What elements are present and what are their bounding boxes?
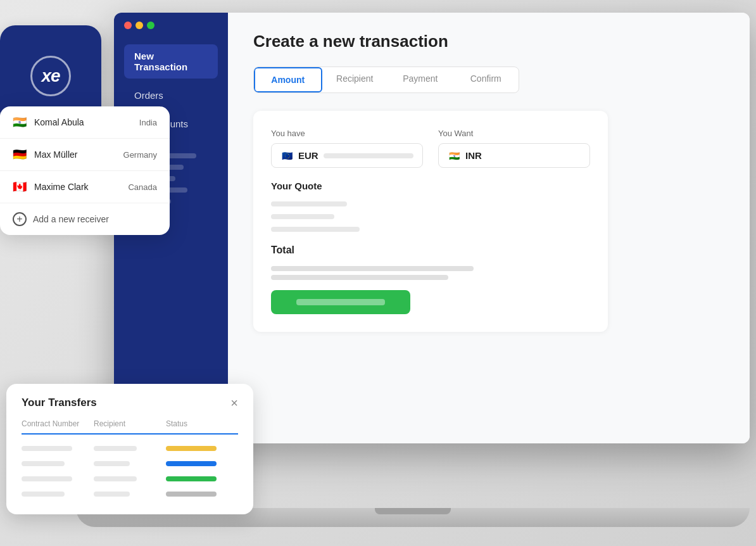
transfer-row[interactable] xyxy=(22,486,238,502)
status-badge-blue xyxy=(166,461,217,466)
transfers-header: Your Transfers × xyxy=(22,397,238,409)
transfer-row[interactable] xyxy=(22,456,238,471)
cta-skel xyxy=(296,299,385,305)
transfer-row[interactable] xyxy=(22,441,238,456)
receivers-card: 🇮🇳 Komal Abula India 🇩🇪 Max Müller Germa… xyxy=(0,106,170,235)
quote-skeleton xyxy=(271,201,590,232)
col-status: Status xyxy=(166,419,238,428)
recipient-skel xyxy=(94,476,137,481)
to-currency-code: INR xyxy=(465,150,482,161)
traffic-lights xyxy=(124,22,154,29)
tab-amount[interactable]: Amount xyxy=(254,67,322,92)
contract-skel xyxy=(22,476,72,481)
contract-skel xyxy=(22,446,72,451)
quote-skel-line xyxy=(271,201,347,206)
tab-confirm[interactable]: Confirm xyxy=(453,67,519,92)
total-skel-line xyxy=(271,266,474,271)
receiver-item[interactable]: 🇩🇪 Max Müller Germany xyxy=(0,139,170,171)
minimize-traffic-light[interactable] xyxy=(135,22,143,29)
to-currency-input[interactable]: 🇮🇳 INR xyxy=(438,143,590,168)
xe-logo-text: xe xyxy=(41,66,60,86)
sidebar-item-orders[interactable]: Orders xyxy=(124,84,218,107)
status-badge-green xyxy=(166,476,217,481)
col-recipient: Recipient xyxy=(94,419,166,428)
recipient-skel xyxy=(94,461,130,466)
recipient-skel xyxy=(94,492,130,497)
main-content: Create a new transaction Amount Recipien… xyxy=(228,13,750,443)
you-have-label: You have xyxy=(271,129,423,138)
currency-amount-skel xyxy=(324,153,413,158)
receiver-name: Maxime Clark xyxy=(34,182,122,192)
transfers-title: Your Transfers xyxy=(22,397,97,409)
you-want-label: You Want xyxy=(438,129,590,138)
your-quote-label: Your Quote xyxy=(271,181,590,191)
transfer-row[interactable] xyxy=(22,471,238,486)
col-contract: Contract Number xyxy=(22,419,94,428)
tab-recipient[interactable]: Recipient xyxy=(322,67,388,92)
to-currency-group: You Want 🇮🇳 INR xyxy=(438,129,590,168)
sidebar-item-new-transaction[interactable]: New Transaction xyxy=(124,44,218,79)
currency-row: You have 🇪🇺 EUR You Want 🇮🇳 INR xyxy=(271,129,590,168)
receiver-country: Canada xyxy=(128,182,157,192)
total-label: Total xyxy=(271,244,590,256)
from-currency-input[interactable]: 🇪🇺 EUR xyxy=(271,143,423,168)
receiver-country: India xyxy=(139,118,157,127)
laptop-notch xyxy=(375,508,451,514)
transfers-table-header: Contract Number Recipient Status xyxy=(22,419,238,435)
inr-flag-icon: 🇮🇳 xyxy=(448,151,460,160)
contract-skel xyxy=(22,492,65,497)
status-badge-yellow xyxy=(166,446,217,451)
close-traffic-light[interactable] xyxy=(124,22,132,29)
receiver-name: Komal Abula xyxy=(34,117,133,127)
total-skel-line-2 xyxy=(271,275,448,280)
close-button[interactable]: × xyxy=(230,397,238,409)
canada-flag-icon: 🇨🇦 xyxy=(13,180,28,194)
from-currency-group: You have 🇪🇺 EUR xyxy=(271,129,423,168)
quote-skel-line xyxy=(271,214,334,219)
recipient-skel xyxy=(94,446,137,451)
continue-button[interactable] xyxy=(271,290,410,314)
receiver-name: Max Müller xyxy=(34,149,117,160)
eur-flag-icon: 🇪🇺 xyxy=(280,151,293,160)
receiver-item[interactable]: 🇮🇳 Komal Abula India xyxy=(0,106,170,139)
india-flag-icon: 🇮🇳 xyxy=(13,115,28,129)
receiver-item[interactable]: 🇨🇦 Maxime Clark Canada xyxy=(0,171,170,203)
receiver-country: Germany xyxy=(123,150,157,160)
add-receiver-label: Add a new receiver xyxy=(33,214,109,224)
germany-flag-icon: 🇩🇪 xyxy=(13,148,28,162)
your-quote-section: Your Quote Total xyxy=(271,181,590,314)
quote-card: You have 🇪🇺 EUR You Want 🇮🇳 INR xyxy=(253,111,608,332)
from-currency-code: EUR xyxy=(298,150,318,161)
status-badge-gray xyxy=(166,492,217,497)
tab-bar: Amount Recipient Payment Confirm xyxy=(253,67,519,93)
add-icon: + xyxy=(13,212,27,226)
transfers-card: Your Transfers × Contract Number Recipie… xyxy=(6,384,253,514)
contract-skel xyxy=(22,461,65,466)
add-new-receiver-button[interactable]: + Add a new receiver xyxy=(0,203,170,235)
laptop-screen: New Transaction Orders My Accounts Creat… xyxy=(114,13,750,443)
page-title: Create a new transaction xyxy=(253,32,724,51)
xe-logo-circle: xe xyxy=(30,56,71,96)
quote-skel-line xyxy=(271,227,360,232)
tab-payment[interactable]: Payment xyxy=(387,67,453,92)
maximize-traffic-light[interactable] xyxy=(147,22,154,29)
